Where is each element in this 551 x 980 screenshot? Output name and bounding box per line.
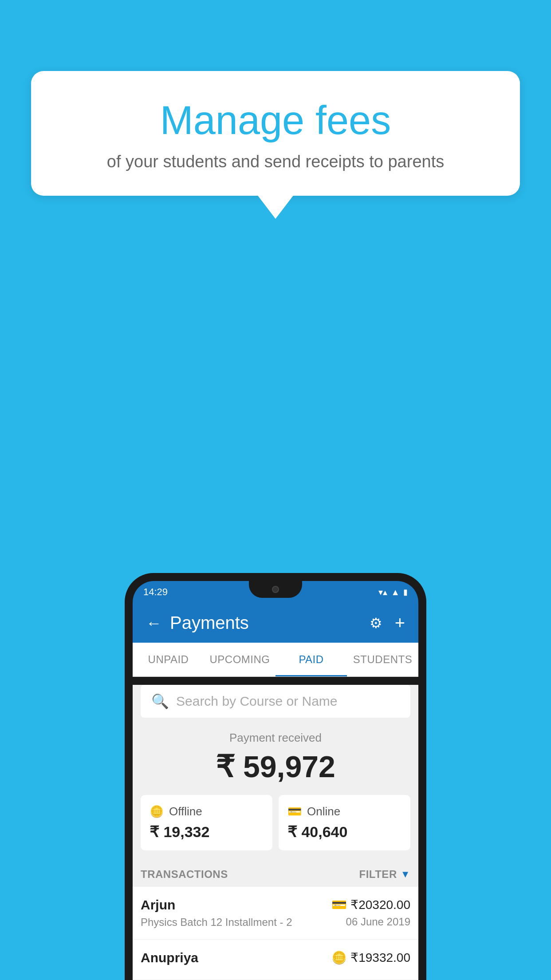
status-icons: ▾▴ ▲ ▮ [378, 587, 408, 597]
wifi-icon: ▾▴ [378, 587, 387, 597]
header-right: ⚙ + [370, 613, 405, 633]
transaction-left: Arjun Physics Batch 12 Installment - 2 [141, 897, 331, 929]
filter-button[interactable]: FILTER ▼ [359, 868, 411, 881]
speech-bubble-subtitle: of your students and send receipts to pa… [53, 152, 498, 171]
app-content: 🔍 Search by Course or Name Payment recei… [133, 685, 418, 980]
add-button[interactable]: + [395, 613, 405, 633]
payment-type-icon: 💳 [331, 897, 347, 912]
online-label: Online [307, 805, 340, 818]
status-time: 14:29 [143, 586, 168, 598]
tab-unpaid[interactable]: UNPAID [133, 643, 204, 676]
payment-received-label: Payment received [141, 731, 410, 745]
transactions-label: TRANSACTIONS [141, 868, 228, 881]
online-card: 💳 Online ₹ 40,640 [279, 795, 410, 850]
filter-icon: ▼ [401, 869, 410, 880]
battery-icon: ▮ [403, 587, 408, 597]
search-bar[interactable]: 🔍 Search by Course or Name [141, 685, 410, 718]
settings-button[interactable]: ⚙ [370, 615, 382, 632]
phone-container: 14:29 ▾▴ ▲ ▮ ← Payments ⚙ + UNPAID [125, 573, 426, 980]
phone-notch [249, 581, 302, 598]
offline-icon: 🪙 [150, 805, 164, 818]
header-left: ← Payments [146, 613, 249, 633]
online-card-header: 💳 Online [287, 805, 401, 818]
header-title: Payments [170, 613, 249, 633]
tab-upcoming[interactable]: UPCOMING [204, 643, 276, 676]
transaction-amount: 💳 ₹20320.00 [331, 897, 410, 912]
transaction-left: Anupriya [141, 950, 331, 969]
phone-frame: 14:29 ▾▴ ▲ ▮ ← Payments ⚙ + UNPAID [125, 573, 426, 980]
online-amount: ₹ 40,640 [287, 823, 401, 841]
payment-summary: Payment received ₹ 59,972 [133, 718, 418, 795]
speech-bubble-title: Manage fees [53, 98, 498, 143]
transaction-right: 💳 ₹20320.00 06 June 2019 [331, 897, 410, 928]
transaction-right: 🪙 ₹19332.00 [331, 950, 410, 968]
app-header: ← Payments ⚙ + [133, 603, 418, 643]
tabs-container: UNPAID UPCOMING PAID STUDENTS [133, 643, 418, 677]
payment-cards: 🪙 Offline ₹ 19,332 💳 Online ₹ 40,640 [133, 795, 418, 860]
offline-label: Offline [169, 805, 202, 818]
tab-students[interactable]: STUDENTS [347, 643, 418, 676]
offline-card-header: 🪙 Offline [150, 805, 264, 818]
transaction-row[interactable]: Arjun Physics Batch 12 Installment - 2 💳… [133, 887, 418, 940]
offline-amount: ₹ 19,332 [150, 823, 264, 841]
status-bar: 14:29 ▾▴ ▲ ▮ [133, 581, 418, 603]
transaction-amount: 🪙 ₹19332.00 [331, 950, 410, 965]
transaction-date: 06 June 2019 [331, 916, 410, 928]
payment-type-icon: 🪙 [331, 950, 347, 965]
online-icon: 💳 [287, 805, 302, 818]
camera [272, 586, 279, 593]
transaction-name: Anupriya [141, 950, 331, 965]
offline-card: 🪙 Offline ₹ 19,332 [141, 795, 272, 850]
transaction-name: Arjun [141, 897, 331, 913]
payment-received-amount: ₹ 59,972 [141, 749, 410, 784]
transaction-row[interactable]: Anupriya 🪙 ₹19332.00 [133, 940, 418, 980]
transactions-header: TRANSACTIONS FILTER ▼ [133, 860, 418, 887]
tab-paid[interactable]: PAID [276, 643, 347, 676]
filter-text: FILTER [359, 868, 397, 881]
search-icon: 🔍 [151, 693, 169, 710]
speech-bubble: Manage fees of your students and send re… [31, 71, 520, 196]
back-button[interactable]: ← [146, 614, 162, 632]
signal-icon: ▲ [391, 587, 400, 597]
search-placeholder: Search by Course or Name [176, 694, 338, 709]
transaction-detail: Physics Batch 12 Installment - 2 [141, 916, 331, 929]
